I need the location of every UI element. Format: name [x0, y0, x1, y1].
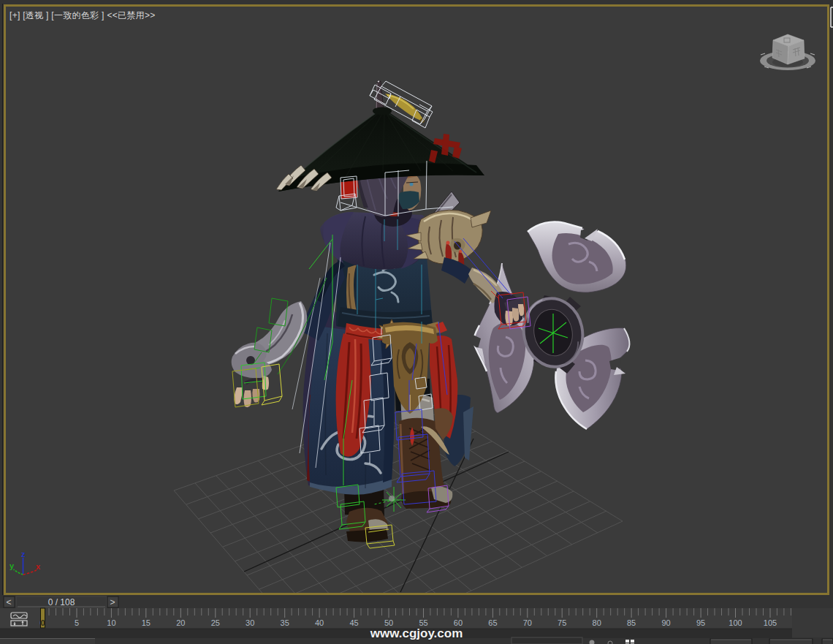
svg-text:75: 75	[558, 618, 566, 627]
svg-text:<: <	[6, 597, 11, 607]
svg-text:35: 35	[281, 618, 289, 627]
svg-text:5: 5	[75, 618, 79, 627]
svg-text:>: >	[110, 597, 115, 607]
svg-text:www.cgjoy.com: www.cgjoy.com	[370, 626, 463, 640]
svg-text:45: 45	[349, 618, 358, 627]
svg-text:0 / 108: 0 / 108	[48, 597, 75, 607]
svg-text:100: 100	[729, 618, 742, 627]
svg-text:30: 30	[246, 618, 254, 627]
svg-text:85: 85	[627, 618, 636, 627]
svg-text:65: 65	[488, 618, 497, 627]
svg-text:95: 95	[696, 618, 705, 627]
svg-text:0: 0	[40, 618, 45, 627]
svg-text:20: 20	[176, 618, 185, 627]
svg-text:25: 25	[211, 618, 220, 627]
svg-text:105: 105	[764, 618, 777, 627]
svg-text:x: x	[36, 562, 41, 571]
svg-text:y: y	[9, 561, 15, 570]
svg-text:15: 15	[142, 618, 151, 627]
svg-text:70: 70	[523, 618, 532, 627]
svg-text:90: 90	[661, 618, 670, 627]
svg-text:40: 40	[315, 618, 324, 627]
svg-text:z: z	[21, 550, 26, 558]
svg-text:80: 80	[593, 618, 601, 627]
svg-text:10: 10	[107, 618, 115, 627]
